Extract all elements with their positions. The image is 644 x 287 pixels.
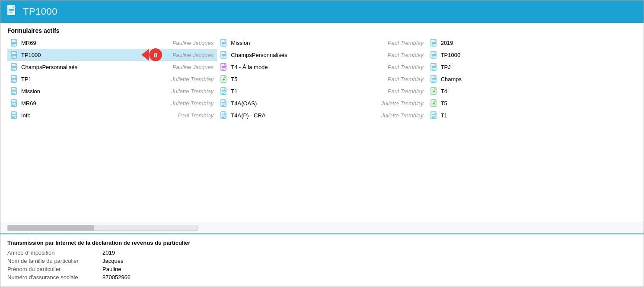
main-window: TP1000 Formulaires actifs MR69 Pauline J… (0, 0, 644, 287)
form-name: Info (21, 112, 90, 119)
doc-icon (430, 39, 437, 47)
title-icon (6, 4, 18, 19)
form-author: Juliette Tremblay (381, 112, 424, 119)
form-name: 2019 (441, 40, 510, 46)
form-name: TP1 (21, 76, 90, 82)
form-row[interactable]: MR69 Juliette Tremblay (7, 97, 217, 109)
doc-icon (430, 63, 437, 71)
forms-column-1: MR69 Pauline Jacques TP1000 Pauline Jacq… (7, 37, 217, 222)
label-nas: Numéro d'assurance sociale (7, 274, 102, 281)
form-name: T4A(OAS) (231, 100, 300, 107)
form-row[interactable]: T1 Paul Tremblay (217, 85, 427, 97)
form-author: Paul Tremblay (178, 112, 214, 119)
doc-icon-green (430, 99, 437, 107)
doc-icon-green (430, 87, 437, 95)
bottom-section: Transmission par Internet de la déclarat… (0, 233, 644, 287)
form-name: T4A(P) - CRA (231, 112, 300, 119)
section-title: Formulaires actifs (0, 23, 644, 37)
scrollbar-thumb[interactable] (8, 225, 94, 230)
content-area: Formulaires actifs MR69 Pauline Jacques … (0, 23, 644, 287)
doc-icon (220, 87, 227, 95)
form-author: Paul Tremblay (388, 52, 424, 58)
form-author: Pauline Jacques (172, 52, 214, 58)
form-name: MR69 (21, 40, 90, 46)
form-row[interactable]: T4A(OAS) Juliette Tremblay (217, 97, 427, 109)
form-name: MR69 (21, 100, 90, 107)
doc-icon (430, 51, 437, 59)
scrollbar-track[interactable] (7, 225, 198, 231)
form-author: Juliette Tremblay (381, 100, 424, 107)
form-row[interactable]: T1 (427, 109, 637, 121)
doc-icon (220, 99, 227, 107)
form-row[interactable]: T5 Paul Tremblay (217, 73, 427, 85)
form-name: Mission (21, 88, 90, 95)
doc-icon (11, 99, 18, 107)
form-author: Paul Tremblay (388, 76, 424, 82)
form-row[interactable]: TP1 Juliette Tremblay (7, 73, 217, 85)
value-nom: Jacques (102, 258, 637, 264)
form-author: Paul Tremblay (388, 40, 424, 46)
label-nom: Nom de famille du particulier (7, 258, 102, 264)
form-author: Paul Tremblay (388, 88, 424, 95)
doc-icon (11, 39, 18, 47)
forms-column-2: Mission Paul Tremblay ChampsPersonnalisé… (217, 37, 427, 222)
form-name: TP1000 (21, 52, 90, 58)
doc-icon (220, 51, 227, 59)
doc-icon-purple (220, 63, 227, 71)
form-author: Juliette Tremblay (171, 100, 214, 107)
doc-icon (220, 39, 227, 47)
form-name: ChampsPersonnalisés (231, 52, 300, 58)
form-author: Pauline Jacques (172, 64, 214, 70)
info-grid: Année d'imposition 2019 Nom de famille d… (7, 249, 637, 281)
form-name: Mission (231, 40, 300, 46)
scrollbar-area (0, 222, 644, 233)
form-name: TP1000 (441, 52, 510, 58)
form-row[interactable]: Mission Juliette Tremblay (7, 85, 217, 97)
window-title: TP1000 (23, 6, 57, 17)
doc-icon (11, 63, 18, 71)
form-name: T5 (441, 100, 510, 107)
form-name: Champs (441, 76, 510, 82)
form-row[interactable]: ChampsPersonnalisés Paul Tremblay (217, 49, 427, 61)
form-author: Juliette Tremblay (171, 76, 214, 82)
transmission-title: Transmission par Internet de la déclarat… (7, 240, 637, 246)
doc-icon (11, 75, 18, 83)
form-row[interactable]: TP1000 (427, 49, 637, 61)
label-prenom: Prénom du particulier (7, 266, 102, 272)
form-row[interactable]: T4A(P) - CRA Juliette Tremblay (217, 109, 427, 121)
forms-column-3: 2019 TP1000 TPJ Champs (427, 37, 637, 222)
doc-icon (430, 75, 437, 83)
form-name: ChampsPersonnalisés (21, 64, 90, 70)
form-author: Paul Tremblay (388, 64, 424, 70)
form-name: TPJ (441, 64, 510, 70)
form-row[interactable]: T5 (427, 97, 637, 109)
form-row[interactable]: 2019 (427, 37, 637, 49)
form-name: T4 (441, 88, 510, 95)
form-name: T1 (441, 112, 510, 119)
value-prenom: Pauline (102, 266, 637, 272)
doc-icon (11, 51, 18, 59)
form-row[interactable]: T4 - À la mode Paul Tremblay (217, 61, 427, 73)
form-name: T4 - À la mode (231, 64, 300, 70)
form-row[interactable]: TPJ (427, 61, 637, 73)
form-name: T1 (231, 88, 300, 95)
form-row[interactable]: T4 (427, 85, 637, 97)
doc-icon (11, 87, 18, 95)
doc-icon (430, 111, 437, 119)
doc-icon-green (220, 75, 227, 83)
form-row-tp1000[interactable]: TP1000 Pauline Jacques 8 (7, 49, 217, 61)
title-bar: TP1000 (0, 0, 644, 23)
value-nas: 870052966 (102, 274, 637, 281)
label-annee: Année d'imposition (7, 249, 102, 256)
form-row[interactable]: ChampsPersonnalisés Pauline Jacques (7, 61, 217, 73)
form-row[interactable]: Champs (427, 73, 637, 85)
form-author: Pauline Jacques (172, 40, 214, 46)
forms-grid: MR69 Pauline Jacques TP1000 Pauline Jacq… (0, 37, 644, 222)
form-author: Juliette Tremblay (171, 88, 214, 95)
form-row[interactable]: MR69 Pauline Jacques (7, 37, 217, 49)
form-row[interactable]: Mission Paul Tremblay (217, 37, 427, 49)
form-row[interactable]: Info Paul Tremblay (7, 109, 217, 121)
doc-icon (220, 111, 227, 119)
value-annee: 2019 (102, 249, 637, 256)
doc-icon (11, 111, 18, 119)
